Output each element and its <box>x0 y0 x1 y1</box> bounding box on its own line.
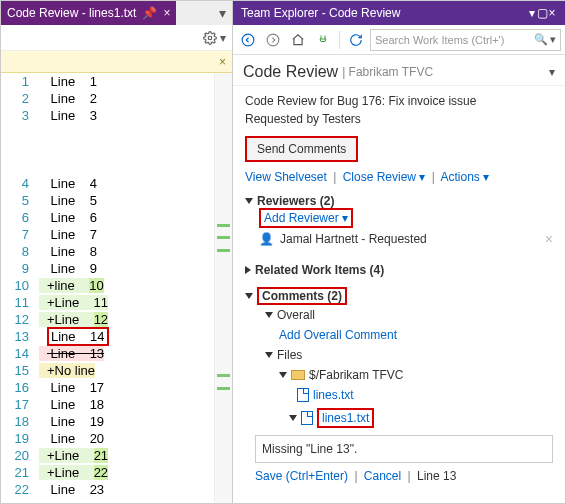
editor-tab-title: Code Review - lines1.txt <box>7 6 136 20</box>
code-line[interactable] <box>1 141 232 158</box>
code-line[interactable]: 21+Line 22 <box>1 464 232 481</box>
reviewer-name: Jamal Hartnett - Requested <box>280 232 427 246</box>
related-items-header[interactable]: Related Work Items (4) <box>245 263 553 277</box>
code-line[interactable]: 20+Line 21 <box>1 447 232 464</box>
svg-point-1 <box>242 34 254 46</box>
toolbar-dropdown-icon[interactable]: ▾ <box>220 31 226 45</box>
panel-title: Team Explorer - Code Review <box>241 6 400 20</box>
page-header: Code Review <box>243 63 338 81</box>
forward-icon[interactable] <box>262 29 284 51</box>
refresh-icon[interactable] <box>345 29 367 51</box>
file-row-selected[interactable]: lines1.txt <box>245 405 553 431</box>
back-icon[interactable] <box>237 29 259 51</box>
code-line[interactable]: 15+No line <box>1 362 232 379</box>
code-line[interactable]: 3 Line 3 <box>1 107 232 124</box>
view-shelveset-link[interactable]: View Shelveset <box>245 170 327 184</box>
code-line[interactable]: 5 Line 5 <box>1 192 232 209</box>
code-line[interactable]: 4 Line 4 <box>1 175 232 192</box>
window-pin-icon[interactable]: ▢ <box>537 6 547 20</box>
code-line[interactable]: 18 Line 19 <box>1 413 232 430</box>
folder-row[interactable]: $/Fabrikam TFVC <box>245 365 553 385</box>
file-icon <box>301 411 313 425</box>
person-icon: 👤 <box>259 232 274 246</box>
add-reviewer-link[interactable]: Add Reviewer ▾ <box>259 208 353 228</box>
chevron-down-icon <box>265 352 273 358</box>
code-line[interactable]: 22 Line 23 <box>1 481 232 498</box>
close-tab-icon[interactable]: × <box>163 6 170 20</box>
code-line[interactable]: 10+line 10 <box>1 277 232 294</box>
send-comments-button[interactable]: Send Comments <box>245 136 358 162</box>
overall-group[interactable]: Overall <box>245 305 553 325</box>
editor-tab[interactable]: Code Review - lines1.txt 📌 × <box>1 1 176 25</box>
remove-reviewer-icon[interactable]: × <box>545 231 553 247</box>
svg-point-2 <box>267 34 279 46</box>
pin-icon[interactable]: 📌 <box>142 6 157 20</box>
info-bar: × <box>1 51 232 73</box>
code-line[interactable]: 6 Line 6 <box>1 209 232 226</box>
file-icon <box>297 388 309 402</box>
close-review-link[interactable]: Close Review ▾ <box>343 170 426 184</box>
cancel-link[interactable]: Cancel <box>364 469 401 483</box>
svg-point-0 <box>208 36 212 40</box>
code-line[interactable]: 16 Line 17 <box>1 379 232 396</box>
header-dropdown-icon[interactable]: ▾ <box>549 65 555 79</box>
code-line[interactable]: 8 Line 8 <box>1 243 232 260</box>
search-input[interactable]: Search Work Items (Ctrl+') 🔍 ▾ <box>370 29 561 51</box>
reviewers-header[interactable]: Reviewers (2) <box>245 194 553 208</box>
search-dropdown-icon[interactable]: ▾ <box>550 33 556 46</box>
home-icon[interactable] <box>287 29 309 51</box>
code-line[interactable]: 12+Line 12 <box>1 311 232 328</box>
info-bar-close-icon[interactable]: × <box>219 55 226 69</box>
code-line[interactable]: 17 Line 18 <box>1 396 232 413</box>
chevron-down-icon <box>289 415 297 421</box>
page-header-sub: | Fabrikam TFVC <box>342 65 433 79</box>
chevron-down-icon <box>265 312 273 318</box>
window-close-icon[interactable]: × <box>547 6 557 20</box>
chevron-down-icon <box>279 372 287 378</box>
connect-icon[interactable] <box>312 29 334 51</box>
code-line[interactable]: 7 Line 7 <box>1 226 232 243</box>
chevron-down-icon <box>245 293 253 299</box>
code-line[interactable]: 1 Line 1 <box>1 73 232 90</box>
panel-title-bar: Team Explorer - Code Review ▾ ▢ × <box>233 1 565 25</box>
comments-header[interactable]: Comments (2) <box>245 287 553 305</box>
code-line[interactable] <box>1 124 232 141</box>
status-text: Line 13 <box>417 469 456 483</box>
chevron-right-icon <box>245 266 251 274</box>
search-placeholder: Search Work Items (Ctrl+') <box>375 34 504 46</box>
code-line[interactable]: 13Line 14 <box>1 328 232 345</box>
review-summary: Code Review for Bug 176: Fix invoice iss… <box>245 94 553 108</box>
window-dropdown-icon[interactable]: ▾ <box>527 6 537 20</box>
code-line[interactable] <box>1 158 232 175</box>
code-line[interactable]: 19 Line 20 <box>1 430 232 447</box>
search-icon: 🔍 <box>534 33 548 46</box>
reviewer-row: 👤 Jamal Hartnett - Requested × <box>245 225 553 253</box>
files-group[interactable]: Files <box>245 345 553 365</box>
requested-by: Requested by Testers <box>245 112 553 126</box>
add-overall-comment-link[interactable]: Add Overall Comment <box>279 328 397 342</box>
folder-icon <box>291 370 305 380</box>
actions-link[interactable]: Actions ▾ <box>440 170 489 184</box>
save-link[interactable]: Save (Ctrl+Enter) <box>255 469 348 483</box>
code-line[interactable]: 14 Line 13 <box>1 345 232 362</box>
file-row[interactable]: lines.txt <box>245 385 553 405</box>
chevron-down-icon <box>245 198 253 204</box>
gear-icon[interactable] <box>202 30 218 46</box>
code-line[interactable]: 2 Line 2 <box>1 90 232 107</box>
code-line[interactable]: 9 Line 9 <box>1 260 232 277</box>
code-line[interactable]: 11+Line 11 <box>1 294 232 311</box>
minimap[interactable] <box>214 73 232 503</box>
tab-overflow-icon[interactable]: ▾ <box>176 5 232 21</box>
comment-input[interactable]: Missing "Line 13". <box>255 435 553 463</box>
